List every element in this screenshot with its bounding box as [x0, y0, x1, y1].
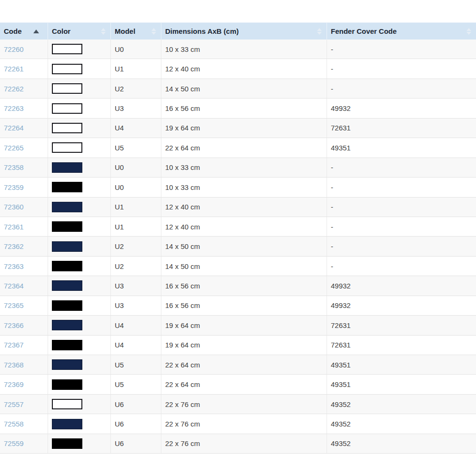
color-swatch: [52, 379, 82, 390]
code-cell: 72363: [0, 257, 48, 276]
product-code-link[interactable]: 72263: [4, 104, 24, 112]
column-header-code-label: Code: [4, 27, 22, 35]
product-code-link[interactable]: 72368: [4, 361, 24, 369]
code-cell: 72359: [0, 178, 48, 197]
color-swatch: [52, 44, 82, 54]
model-cell: U6: [110, 434, 161, 453]
color-cell: [48, 138, 110, 157]
product-code-link[interactable]: 72367: [4, 341, 24, 349]
color-cell: [48, 434, 110, 453]
model-cell: U2: [110, 257, 161, 276]
color-cell: [48, 178, 110, 197]
color-cell: [48, 198, 110, 217]
model-cell: U4: [110, 336, 161, 355]
color-cell: [48, 59, 110, 78]
code-cell: 72361: [0, 217, 48, 236]
color-swatch: [52, 280, 82, 291]
product-code-link[interactable]: 72359: [4, 183, 24, 191]
dimensions-cell: 22 x 64 cm: [161, 355, 327, 374]
color-swatch: [52, 182, 82, 192]
product-code-link[interactable]: 72558: [4, 420, 24, 428]
product-code-link[interactable]: 72262: [4, 85, 24, 93]
column-header-model[interactable]: Model: [110, 23, 161, 40]
column-header-fender-cover-code[interactable]: Fender Cover Code: [327, 23, 476, 40]
dimensions-cell: 10 x 33 cm: [161, 178, 327, 197]
code-cell: 72265: [0, 138, 48, 157]
fender-cover-code-cell: 72631: [327, 119, 476, 138]
color-cell: [48, 336, 110, 355]
product-code-link[interactable]: 72365: [4, 301, 24, 309]
fender-cover-code-cell: -: [327, 59, 476, 78]
product-code-link[interactable]: 72369: [4, 380, 24, 388]
table-row: 72361 U1 12 x 40 cm -: [0, 217, 476, 237]
model-cell: U0: [110, 40, 161, 59]
code-cell: 72264: [0, 119, 48, 138]
product-code-link[interactable]: 72358: [4, 163, 24, 171]
code-cell: 72366: [0, 316, 48, 335]
model-cell: U1: [110, 198, 161, 217]
code-cell: 72368: [0, 355, 48, 374]
code-cell: 72558: [0, 414, 48, 433]
code-cell: 72358: [0, 158, 48, 177]
model-cell: U5: [110, 138, 161, 157]
column-header-dimensions[interactable]: Dimensions AxB (cm): [161, 23, 327, 40]
dimensions-cell: 14 x 50 cm: [161, 237, 327, 256]
product-code-link[interactable]: 72264: [4, 124, 24, 132]
code-cell: 72261: [0, 59, 48, 78]
product-code-link[interactable]: 72557: [4, 400, 24, 408]
product-code-link[interactable]: 72366: [4, 321, 24, 329]
product-code-link[interactable]: 72265: [4, 144, 24, 152]
fender-cover-code-cell: -: [327, 178, 476, 197]
color-swatch: [52, 64, 82, 74]
fender-cover-code-cell: 49351: [327, 355, 476, 374]
code-cell: 72367: [0, 336, 48, 355]
column-header-model-label: Model: [115, 27, 135, 35]
color-swatch: [52, 142, 82, 153]
dimensions-cell: 19 x 64 cm: [161, 336, 327, 355]
column-header-color[interactable]: Color: [48, 23, 110, 40]
dimensions-cell: 19 x 64 cm: [161, 119, 327, 138]
table-row: 72362 U2 14 x 50 cm -: [0, 237, 476, 256]
dimensions-cell: 22 x 64 cm: [161, 375, 327, 394]
product-table: Code Color Model Dimensions AxB (cm) Fen…: [0, 22, 476, 454]
color-swatch: [52, 261, 82, 271]
product-code-link[interactable]: 72364: [4, 282, 24, 290]
column-header-code[interactable]: Code: [0, 23, 48, 40]
sort-updown-icon: [101, 28, 106, 35]
product-code-link[interactable]: 72260: [4, 45, 24, 53]
code-cell: 72262: [0, 79, 48, 98]
table-row: 72364 U3 16 x 56 cm 49932: [0, 276, 476, 296]
dimensions-cell: 22 x 76 cm: [161, 395, 327, 414]
dimensions-cell: 19 x 64 cm: [161, 316, 327, 335]
color-swatch: [52, 359, 82, 370]
code-cell: 72369: [0, 375, 48, 394]
code-cell: 72362: [0, 237, 48, 256]
color-swatch: [52, 300, 82, 311]
model-cell: U4: [110, 119, 161, 138]
color-cell: [48, 237, 110, 256]
table-row: 72365 U3 16 x 56 cm 49932: [0, 296, 476, 316]
product-code-link[interactable]: 72559: [4, 439, 24, 447]
code-cell: 72557: [0, 395, 48, 414]
product-code-link[interactable]: 72261: [4, 65, 24, 73]
color-cell: [48, 316, 110, 335]
table-row: 72261 U1 12 x 40 cm -: [0, 59, 476, 79]
color-cell: [48, 99, 110, 118]
dimensions-cell: 12 x 40 cm: [161, 198, 327, 217]
table-row: 72363 U2 14 x 50 cm -: [0, 257, 476, 276]
product-code-link[interactable]: 72360: [4, 203, 24, 211]
color-swatch: [52, 241, 82, 252]
fender-cover-code-cell: -: [327, 257, 476, 276]
fender-cover-code-cell: 49351: [327, 375, 476, 394]
model-cell: U3: [110, 276, 161, 295]
table-row: 72260 U0 10 x 33 cm -: [0, 40, 476, 59]
code-cell: 72365: [0, 296, 48, 315]
product-code-link[interactable]: 72361: [4, 223, 24, 231]
sort-updown-icon: [466, 28, 471, 35]
table-row: 72559 U6 22 x 76 cm 49352: [0, 434, 476, 454]
color-swatch: [52, 162, 82, 173]
product-code-link[interactable]: 72363: [4, 262, 24, 270]
dimensions-cell: 22 x 64 cm: [161, 138, 327, 157]
code-cell: 72360: [0, 198, 48, 217]
product-code-link[interactable]: 72362: [4, 242, 24, 250]
